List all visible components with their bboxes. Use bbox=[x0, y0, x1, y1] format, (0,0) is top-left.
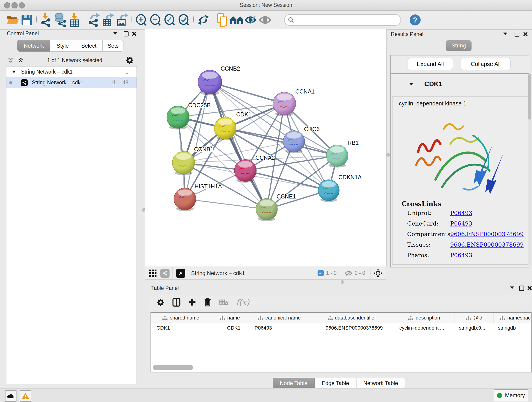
open-session-button[interactable] bbox=[6, 12, 20, 27]
apply-layout-button[interactable] bbox=[196, 12, 210, 27]
tab-string[interactable]: String bbox=[446, 40, 472, 51]
table-hscrollbar-thumb[interactable] bbox=[153, 365, 193, 370]
grid-view-icon[interactable] bbox=[148, 269, 157, 278]
zoom-fit-button[interactable] bbox=[163, 12, 177, 27]
export-image-button[interactable] bbox=[115, 12, 129, 27]
results-panel-maximize-icon[interactable] bbox=[515, 32, 519, 37]
network-edge[interactable] bbox=[185, 82, 210, 199]
import-network-database-button[interactable] bbox=[53, 12, 67, 27]
tab-network[interactable]: Network bbox=[17, 40, 51, 51]
cloud-status-button[interactable] bbox=[5, 390, 17, 402]
detach-view-button[interactable] bbox=[176, 269, 185, 278]
table-tabs: Node Table Edge Table Network Table bbox=[273, 378, 405, 389]
network-node-RB1[interactable] bbox=[326, 145, 348, 166]
column-header-canonical-name[interactable]: canonical name bbox=[249, 313, 310, 323]
column-header-description[interactable]: description bbox=[394, 313, 455, 323]
network-collection-row[interactable]: String Network – cdk1 1 bbox=[6, 66, 137, 77]
tab-sets[interactable]: Sets bbox=[102, 40, 124, 51]
search-input[interactable] bbox=[294, 17, 387, 23]
import-table-button[interactable] bbox=[67, 12, 82, 27]
expand-all-button[interactable]: Expand All bbox=[408, 58, 453, 70]
control-panel-float-icon[interactable] bbox=[113, 32, 117, 35]
open-folder-icon bbox=[6, 14, 19, 26]
column-header-shared-name[interactable]: shared name bbox=[151, 313, 211, 323]
column-header-database-identifier[interactable]: database identifier bbox=[310, 313, 394, 323]
gear-icon[interactable] bbox=[126, 56, 134, 64]
help-button[interactable]: ? bbox=[410, 14, 421, 26]
table-panel-maximize-icon[interactable] bbox=[519, 286, 524, 291]
table-row[interactable]: CDK1 CDK1 P06493 9606.ENSP00000378699 cy… bbox=[151, 323, 531, 332]
network-node-CCNB1[interactable] bbox=[172, 152, 195, 174]
network-node-HIST1H1A[interactable] bbox=[174, 188, 196, 210]
network-node-CDKN1A[interactable] bbox=[318, 180, 339, 201]
enhanced-graphics-button[interactable] bbox=[244, 12, 258, 27]
function-builder-button[interactable]: f(x) bbox=[236, 298, 249, 307]
collapse-all-icon[interactable] bbox=[7, 57, 14, 63]
table-panel-title: Table Panel bbox=[151, 285, 179, 291]
save-session-button[interactable] bbox=[20, 12, 34, 27]
crosslinks-title: CrossLinks bbox=[402, 200, 441, 208]
network-node-CCNE1[interactable] bbox=[256, 198, 278, 220]
add-column-button[interactable] bbox=[188, 298, 196, 306]
network-graph: CCNB2CCNA1CDC25BCDK1CDC6RB1CCNB1CCNA2CDK… bbox=[145, 29, 386, 267]
memory-label: Memory bbox=[505, 392, 525, 399]
tab-node-table[interactable]: Node Table bbox=[273, 378, 315, 389]
network-node-CDK1[interactable] bbox=[214, 117, 236, 139]
delete-table-button[interactable] bbox=[219, 299, 228, 306]
table-settings-button[interactable] bbox=[157, 298, 165, 306]
network-node-CDC6[interactable] bbox=[283, 131, 305, 152]
import-network-file-button[interactable] bbox=[39, 12, 53, 27]
expand-all-icon[interactable] bbox=[17, 57, 24, 63]
zoom-selected-button[interactable] bbox=[177, 12, 191, 27]
memory-button[interactable]: Memory bbox=[494, 389, 528, 401]
zoom-out-button[interactable] bbox=[148, 12, 163, 27]
zoom-in-button[interactable] bbox=[134, 12, 148, 27]
delete-column-button[interactable] bbox=[204, 298, 211, 307]
network-node-CCNA2[interactable] bbox=[234, 160, 256, 182]
control-panel-maximize-icon[interactable] bbox=[124, 31, 128, 36]
zoom-selected-icon bbox=[178, 14, 190, 26]
network-view-mode-icon[interactable] bbox=[160, 269, 170, 278]
control-panel-close-icon[interactable] bbox=[132, 32, 136, 36]
graphics-details-button[interactable] bbox=[258, 12, 272, 27]
tab-edge-table[interactable]: Edge Table bbox=[315, 378, 356, 389]
results-scrollbar-thumb[interactable] bbox=[528, 74, 531, 120]
table-panel-float-icon[interactable] bbox=[510, 287, 514, 289]
column-header-id[interactable]: @id bbox=[455, 313, 494, 323]
annotations-button[interactable] bbox=[215, 12, 230, 27]
collapse-all-button[interactable]: Collapse All bbox=[461, 58, 510, 70]
selected-checkbox-icon[interactable]: ✓ bbox=[317, 270, 324, 276]
crosslink-link[interactable]: P06493 bbox=[450, 210, 472, 216]
network-node-CDC25B[interactable] bbox=[167, 106, 189, 128]
crosslink-link[interactable]: P06493 bbox=[450, 252, 472, 259]
network-row-selected[interactable]: String Network – cdk1 11 48 bbox=[6, 77, 137, 88]
crosslink-link[interactable]: 9606.ENSP00000378699 bbox=[450, 231, 524, 237]
collection-caret-icon[interactable] bbox=[12, 70, 16, 73]
tab-style[interactable]: Style bbox=[50, 40, 75, 51]
protein-structure-image bbox=[411, 113, 509, 204]
results-panel-close-icon[interactable] bbox=[523, 32, 527, 36]
protein-caret-icon[interactable] bbox=[409, 83, 413, 85]
table-panel-close-icon[interactable] bbox=[527, 286, 532, 290]
crosslink-link[interactable]: 9606.ENSP00000378699 bbox=[450, 241, 524, 248]
column-header-namespace[interactable]: namespace bbox=[494, 313, 532, 323]
toolbar-separator bbox=[132, 13, 132, 27]
results-panel-float-icon[interactable] bbox=[503, 32, 507, 35]
warnings-button[interactable] bbox=[20, 390, 31, 402]
export-network-button[interactable] bbox=[87, 12, 101, 27]
export-table-button[interactable] bbox=[101, 12, 115, 27]
show-columns-button[interactable] bbox=[172, 298, 181, 307]
tab-network-table[interactable]: Network Table bbox=[356, 378, 405, 389]
network-node-CCNA1[interactable] bbox=[273, 92, 296, 115]
network-edge[interactable] bbox=[210, 82, 267, 209]
crosslink-link[interactable]: P06493 bbox=[450, 220, 472, 227]
right-splitter-handle[interactable] bbox=[386, 153, 390, 157]
network-canvas[interactable]: CCNB2CCNA1CDC25BCDK1CDC6RB1CCNB1CCNA2CDK… bbox=[145, 29, 386, 267]
network-edge[interactable] bbox=[185, 199, 267, 209]
tab-select[interactable]: Select bbox=[75, 40, 103, 51]
string-home-button[interactable] bbox=[230, 12, 244, 27]
network-node-CCNB2[interactable] bbox=[198, 70, 222, 94]
column-header-name[interactable]: name bbox=[211, 313, 249, 323]
horizontal-splitter-handle[interactable] bbox=[341, 280, 344, 284]
birdseye-crosshair-icon[interactable] bbox=[373, 268, 383, 278]
